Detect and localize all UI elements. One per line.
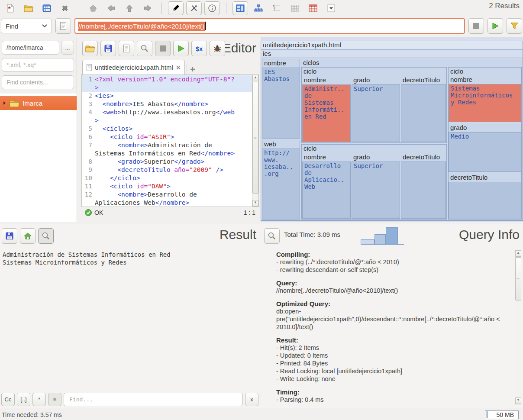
map-header[interactable]: decretoTitulo [401, 76, 446, 84]
toolbar-separator [79, 3, 79, 14]
map-cell-web[interactable]: http:// www. iesaba.. .org [262, 149, 300, 219]
map-header[interactable]: ciclo [302, 145, 446, 153]
xquery-button[interactable]: $x [191, 41, 207, 56]
multiline-button[interactable]: ≡ [48, 393, 61, 406]
map-block-web[interactable]: web http:// www. iesaba.. .org [262, 140, 300, 220]
tab-untitledejercicio1xpath[interactable]: untitledejercicio1xpath.html [82, 60, 185, 74]
map-header-ciclos[interactable]: ciclos [301, 59, 522, 67]
close-database-button[interactable] [57, 1, 73, 15]
table-view-button[interactable] [305, 1, 321, 15]
map-cell[interactable]: Medio [449, 132, 521, 172]
new-tab-button[interactable] [187, 64, 199, 74]
find-contents-input[interactable] [2, 75, 74, 89]
folder-view-button[interactable] [269, 1, 284, 15]
editor-stop-button[interactable] [155, 41, 171, 56]
search-mode-combo[interactable]: Find [1, 19, 52, 33]
scroll-up-icon[interactable]: ▲ [252, 75, 258, 81]
back-button[interactable] [103, 1, 119, 15]
map-root-ies[interactable]: ies [261, 50, 523, 58]
code-row: 4 <web>http://www.iesabastos.org</web [82, 108, 258, 116]
map-header[interactable]: nombre [262, 59, 300, 68]
tree-view-button[interactable] [251, 1, 266, 15]
open-database-button[interactable] [39, 1, 55, 15]
editor-history-button[interactable] [119, 41, 134, 56]
map-header[interactable]: grado [449, 124, 521, 132]
result-find-button[interactable] [38, 228, 54, 244]
map-cell-hit[interactable]: Administr.. de Sistemas Informáti.. en R… [302, 84, 351, 142]
explore-view-button[interactable] [186, 1, 202, 15]
file-filter-input[interactable] [2, 58, 74, 72]
filter-button[interactable] [507, 18, 522, 34]
save-button[interactable] [100, 41, 116, 56]
map-header[interactable]: grado [352, 76, 400, 84]
match-case-button[interactable]: Cc [1, 393, 15, 406]
open-button[interactable] [21, 1, 36, 15]
map-block-ciclo3[interactable]: ciclo nombre Sistemas Microinformáticos … [448, 67, 522, 220]
whole-word-button[interactable]: * [32, 393, 46, 406]
code-editor[interactable]: 1<?xml version="1.0" encoding="UTF-8"?>2… [81, 74, 259, 207]
query-history-button[interactable] [55, 18, 71, 34]
map-cell-empty[interactable] [401, 84, 446, 142]
editor-scrollbar[interactable]: ▲ ≡ ▼ [252, 75, 258, 207]
cursor-position: 1 : 1 [244, 209, 255, 216]
editor-view-button[interactable] [168, 1, 184, 15]
tab-close-icon[interactable] [176, 65, 181, 70]
info-view-button[interactable] [204, 1, 220, 15]
outline-list-icon [272, 4, 281, 12]
run-query-button[interactable] [487, 18, 503, 34]
memory-indicator[interactable]: 50 MB [485, 410, 519, 419]
map-header[interactable]: grado [352, 153, 400, 162]
browse-button[interactable]: ... [61, 41, 74, 55]
regex-button[interactable]: [..] [17, 393, 30, 406]
views-dropdown-button[interactable] [323, 1, 339, 15]
save-result-button[interactable] [2, 228, 17, 244]
debug-button[interactable] [210, 41, 225, 56]
open-file-button[interactable] [82, 41, 98, 56]
map-cell[interactable]: Desarrollo de Aplicacio.. Web [302, 162, 351, 219]
scroll-down-icon[interactable]: ▼ [252, 200, 258, 207]
map-header[interactable]: ciclo [449, 68, 521, 76]
query-input[interactable]: //nombre[../decretoTitulo/@año<2010]/tex… [74, 18, 465, 34]
expand-arrow-icon[interactable] [3, 101, 6, 105]
map-header[interactable]: decretoTitulo [449, 174, 521, 182]
map-header[interactable]: nombre [302, 76, 351, 84]
map-header[interactable]: nombre [302, 153, 351, 162]
treemap[interactable]: untitledejercicio1xpath.html ies nombre … [261, 41, 523, 221]
close-find-button[interactable]: x [245, 393, 258, 406]
result-output[interactable]: Administración de Sistemas Informáticos … [0, 246, 260, 271]
up-button[interactable] [122, 1, 137, 15]
map-view-button[interactable] [232, 1, 248, 15]
map-cell-empty[interactable] [449, 182, 521, 219]
map-cell-hit[interactable]: Sistemas Microinformáticos y Redes [449, 84, 521, 122]
map-cell[interactable]: Superior [352, 84, 400, 142]
map-cell-ies-nombre[interactable]: IES Abastos [262, 68, 300, 138]
forward-button[interactable] [140, 1, 155, 15]
new-file-button[interactable]: * [3, 1, 18, 15]
scrollbar-thumb[interactable]: ≡ [252, 82, 258, 194]
scroll-up-icon[interactable]: ▲ [515, 250, 521, 257]
find-input[interactable] [64, 393, 243, 406]
query-info-sections[interactable]: Compiling:- rewriting (../*:decretoTitul… [276, 251, 512, 403]
map-header[interactable]: decretoTitulo [401, 153, 446, 162]
map-block-ciclo1[interactable]: ciclo nombre Administr.. de Sistemas Inf… [301, 67, 447, 143]
map-cell-empty[interactable] [401, 162, 446, 219]
info-find-button[interactable] [264, 228, 280, 244]
editor-find-button[interactable] [137, 41, 152, 56]
result-home-button[interactable] [20, 228, 36, 244]
plot-view-button[interactable] [287, 1, 303, 15]
map-block-nombre[interactable]: nombre IES Abastos [262, 59, 300, 139]
folder-tree-item[interactable]: lmarca [0, 96, 77, 110]
map-header[interactable]: ciclo [302, 68, 446, 76]
map-block-ciclo2[interactable]: ciclo nombre Desarrollo de Aplicacio.. W… [301, 144, 447, 220]
editor-run-button[interactable] [173, 41, 189, 56]
stop-query-button[interactable] [468, 18, 484, 34]
info-scrollbar[interactable]: ▲ ≡ ▼ [515, 250, 521, 404]
scroll-down-icon[interactable]: ▼ [515, 397, 521, 404]
path-input[interactable] [2, 41, 59, 55]
map-header[interactable]: nombre [449, 76, 521, 84]
map-cell[interactable]: Superior [352, 162, 400, 219]
home-button[interactable] [85, 1, 101, 15]
scrollbar-thumb[interactable]: ≡ [515, 257, 521, 300]
map-header[interactable]: web [262, 140, 300, 149]
map-doc-title[interactable]: untitledejercicio1xpath.html [261, 41, 523, 50]
